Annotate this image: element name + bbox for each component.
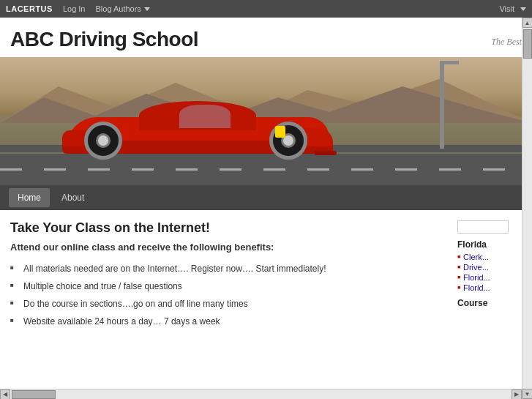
scroll-left-button[interactable]: ◀ (0, 389, 10, 400)
list-item: Multiple choice and true / false questio… (10, 277, 447, 295)
main-heading: Take Your Class on the Internet! (10, 220, 447, 236)
list-item: Website available 24 hours a day… 7 days… (10, 313, 447, 330)
sidebar-link-1[interactable]: Clerk... (457, 253, 523, 261)
hscrollbar-thumb[interactable] (12, 390, 56, 399)
nav-item-about[interactable]: About (53, 188, 93, 207)
scroll-left-icon: ◀ (3, 391, 7, 398)
course-section-title: Course (457, 298, 523, 308)
sidebar-search-input[interactable] (457, 220, 509, 234)
road-pole (440, 61, 444, 149)
blog-authors-label: Blog Authors (95, 4, 141, 13)
admin-bar-right: Visit (499, 4, 526, 13)
road-pole-arm (440, 61, 459, 64)
login-link[interactable]: Log In (63, 4, 86, 13)
list-item: Do the course in sections….go on and off… (10, 295, 447, 313)
brand-label: LACERTUS (6, 4, 53, 13)
road-line (0, 168, 532, 171)
scrollbar-thumb[interactable] (523, 29, 532, 59)
scroll-up-icon: ▲ (525, 20, 531, 26)
visit-label[interactable]: Visit (499, 4, 514, 13)
scroll-right-button[interactable]: ▶ (512, 389, 522, 400)
scroll-down-button[interactable]: ▼ (522, 389, 533, 399)
scroll-up-button[interactable]: ▲ (522, 18, 533, 28)
site-header: ABC Driving School The Best (0, 18, 532, 57)
sidebar-link-4[interactable]: Florid... (457, 283, 523, 292)
car-windshield (179, 105, 231, 128)
site-title: ABC Driving School (10, 28, 198, 51)
ferrari-car (59, 79, 337, 160)
sidebar-link-3[interactable]: Florid... (457, 273, 523, 282)
benefits-list: All materials needed are on the Internet… (10, 260, 447, 330)
horizontal-scrollbar: ◀ ▶ (0, 389, 522, 399)
scroll-right-icon: ▶ (514, 391, 519, 398)
admin-bar: LACERTUS Log In Blog Authors Visit (0, 0, 532, 18)
car-wheel-rear (84, 122, 122, 160)
nav-item-home[interactable]: Home (9, 188, 50, 207)
list-item: All materials needed are on the Internet… (10, 260, 447, 277)
chevron-down-icon (144, 7, 150, 11)
content-left: Take Your Class on the Internet! Attend … (10, 220, 447, 396)
scroll-down-icon: ▼ (525, 391, 531, 398)
sidebar-link-2[interactable]: Drive... (457, 263, 523, 272)
content-subtitle: Attend our online class and receive the … (10, 242, 447, 253)
nav-bar: Home About (0, 185, 532, 210)
car-emblem (275, 126, 285, 138)
sidebar-section-title: Florida (457, 239, 523, 250)
visit-chevron-icon (520, 7, 526, 11)
main-content: Take Your Class on the Internet! Attend … (0, 210, 532, 396)
wheel-hub-rear (96, 133, 110, 148)
site-tagline: The Best (491, 37, 522, 48)
car-splitter (315, 151, 337, 155)
vertical-scrollbar: ▲ ▼ (522, 18, 532, 399)
blog-authors-dropdown[interactable]: Blog Authors (95, 4, 149, 13)
hero-image (0, 57, 532, 185)
sidebar: Florida Clerk... Drive... Florid... Flor… (457, 220, 523, 396)
admin-bar-left: LACERTUS Log In Blog Authors (6, 4, 150, 13)
